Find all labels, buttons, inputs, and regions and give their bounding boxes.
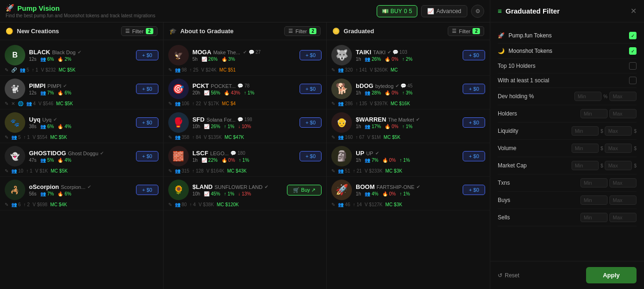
liquidity-min-input[interactable]	[572, 126, 599, 136]
columns-area: 🟡 New Creations ☰ Filter 2 B	[0, 22, 490, 289]
reset-button[interactable]: ↺ Reset	[498, 272, 519, 279]
token-meta: ✎ ✕ 🌐 👥 4 V $546 MC $5K	[5, 101, 158, 106]
token-meta: ✎ 👥 51 ↑ 21 V $233K MC $3K	[331, 168, 485, 173]
token-buy-button[interactable]: + $0	[300, 117, 322, 128]
advanced-button[interactable]: 📈 Advanced	[421, 5, 467, 17]
apply-button[interactable]: Apply	[586, 267, 637, 283]
token-buy-button[interactable]: + $0	[463, 185, 485, 195]
about-graduate-filter-btn[interactable]: ☰ Filter 2	[284, 26, 321, 36]
graduated-list: 🐺 TAIKI TAIKI ✔ 💬 103 1h 👥 26%	[327, 40, 490, 289]
buys-min-input[interactable]	[580, 195, 608, 205]
list-item[interactable]: 🧱 LSCF LEGO... 💬 180 1h 📈 22%	[164, 143, 327, 177]
buys-label: Buys	[498, 197, 540, 203]
sells-max-input[interactable]	[609, 213, 637, 222]
list-item[interactable]: 🥊 SFD Solana For... 💬 198 10h 📈 26%	[164, 109, 327, 143]
dev-holding-min-input[interactable]	[574, 92, 601, 101]
moonshot-checkbox[interactable]: ✓	[629, 47, 637, 55]
filter-icon: ☰	[452, 28, 457, 34]
token-symbol: SFD	[193, 116, 205, 123]
social-checkbox[interactable]	[629, 77, 637, 84]
volume-label: Volume	[498, 145, 540, 152]
token-fullname: POCKET...	[211, 83, 236, 89]
token-symbol: Uyq	[29, 116, 41, 123]
new-creations-filter-btn[interactable]: ☰ Filter 2	[121, 26, 157, 36]
filter-panel-header: ≡ Graduated Filter ✕	[490, 0, 644, 22]
token-buy-button[interactable]: + $0	[300, 151, 322, 161]
token-buy-button[interactable]: + $0	[300, 50, 322, 60]
about-to-graduate-header: 🎓 About to Graduate ☰ Filter 2	[164, 22, 327, 40]
volume-inputs: $ $	[572, 144, 637, 153]
avatar: 🐕	[331, 79, 352, 99]
market-cap-min-input[interactable]	[572, 161, 599, 170]
token-symbol: bDOG	[356, 82, 373, 89]
avatar: 🥊	[168, 112, 189, 133]
verified-icon: ✔	[78, 50, 81, 55]
list-item[interactable]: 🐺 TAIKI TAIKI ✔ 💬 103 1h 👥 26%	[327, 42, 490, 76]
list-item[interactable]: 🐾 Uyq Uyq ✔ 38s 👥 6% 🔥	[0, 109, 163, 143]
settings-button[interactable]: ⚙	[471, 5, 484, 18]
buys-max-input[interactable]	[609, 195, 637, 205]
list-item[interactable]: 🐩 PIMPI PIMPI ✔ 12s 👥 7%	[0, 76, 163, 109]
graduated-icon: 🪙	[332, 28, 340, 35]
token-buy-button[interactable]: + $0	[136, 50, 158, 60]
graduated-filter-panel: ≡ Graduated Filter ✕ 🚀 Pump.fun Tokens ✓…	[490, 0, 644, 289]
liquidity-range-row: Liquidity $ $	[498, 123, 637, 140]
list-item[interactable]: 🗿 UP UP ✔ 1h 👥 7% 🔥 0%	[327, 143, 490, 177]
liquidity-max-input[interactable]	[605, 126, 632, 136]
volume-max-input[interactable]	[605, 144, 632, 153]
liquidity-label: Liquidity	[498, 128, 540, 134]
avatar: 🗿	[331, 146, 352, 166]
token-fullname: Scorpion...	[61, 184, 86, 190]
token-holders: 👥 7%	[40, 90, 54, 95]
advanced-label: Advanced	[436, 8, 461, 14]
market-cap-max-input[interactable]	[605, 161, 632, 170]
sells-min-input[interactable]	[580, 213, 608, 222]
top10-holders-label: Top 10 Holders	[498, 63, 536, 69]
list-item[interactable]: B BLACK Black Dog ✔ 12s 👥 6%	[0, 42, 163, 76]
top10-holders-checkbox[interactable]	[629, 62, 637, 70]
token-fullname: LEGO...	[210, 151, 229, 156]
token-meta: ✎ 👥 46 ↑ 14 V $127K MC $3K	[331, 202, 485, 207]
holders-min-input[interactable]	[580, 109, 608, 118]
list-item[interactable]: 🎯 PCKT POCKET... 💬 78 20h 📈 56%	[164, 76, 327, 109]
filter-close-button[interactable]: ✕	[630, 7, 637, 15]
list-item[interactable]: 🌻 $LAND SUNFLOWER LAND ✔ 10h 📈 45%	[164, 177, 327, 210]
token-buy-button[interactable]: + $0	[463, 84, 485, 94]
graduated-filter-btn[interactable]: ☰ Filter 2	[448, 26, 484, 36]
dev-holding-max-input[interactable]	[609, 92, 637, 101]
list-item[interactable]: 👴 $WARREN The Market ✔ 1h 👥 17%	[327, 109, 490, 143]
list-item[interactable]: 🦂 oScorpion Scorpion... ✔ 56s 👥 7%	[0, 177, 163, 210]
volume-min-input[interactable]	[572, 144, 599, 153]
list-item[interactable]: 👻 GHOSTIDOG Ghost Doggu ✔ 47s 👥 5%	[0, 143, 163, 177]
holders-max-input[interactable]	[609, 109, 637, 118]
graduated-column: 🪙 Graduated ☰ Filter 2 🐺	[327, 22, 490, 289]
token-fullname: SUNFLOWER LAND	[215, 184, 263, 190]
token-fullname: Ghost Doggu	[68, 151, 98, 156]
token-buy-button[interactable]: + $0	[463, 117, 485, 128]
list-item[interactable]: 🦅 MOGA Make The... ✔ 💬 27 5h	[164, 42, 327, 76]
buy-button[interactable]: 💵 BUY 0 5	[377, 5, 417, 17]
pump-fun-checkbox[interactable]: ✓	[629, 32, 637, 39]
token-buy-button[interactable]: + $0	[463, 50, 485, 60]
new-creations-title: 🟡 New Creations	[6, 28, 59, 35]
list-item[interactable]: 🐕 bDOG bytedog ✔ 💬 45 1h 👥 28%	[327, 76, 490, 109]
token-buy-button[interactable]: 🛒 Buy ↗	[287, 185, 322, 195]
dev-holding-inputs: %	[574, 92, 637, 101]
list-item[interactable]: 🚀 BOOM FARTSHIP-ONE ✔ 1h 👥 4%	[327, 177, 490, 210]
txns-min-input[interactable]	[580, 178, 608, 188]
token-buy-button[interactable]: + $0	[300, 84, 322, 94]
avatar: 🐩	[5, 79, 25, 99]
token-buy-button[interactable]: + $0	[136, 117, 158, 128]
token-buy-button[interactable]: + $0	[463, 151, 485, 161]
token-buy-button[interactable]: + $0	[136, 84, 158, 94]
dev-holding-range-row: Dev holding % %	[498, 88, 637, 105]
txns-max-input[interactable]	[609, 178, 637, 188]
token-meta: ✎ 🔗 👥 5 ↑ 1 V $232 MC $5K	[5, 67, 158, 72]
token-buy-button[interactable]: + $0	[136, 151, 158, 161]
new-creations-column: 🟡 New Creations ☰ Filter 2 B	[0, 22, 164, 289]
top-bar: 🚀 Pump Vision Find the best pump.fun and…	[0, 0, 490, 22]
token-buy-button[interactable]: + $0	[136, 185, 158, 195]
graduated-title: 🪙 Graduated	[332, 28, 374, 35]
new-creations-header: 🟡 New Creations ☰ Filter 2	[0, 22, 163, 40]
token-symbol: MOGA	[193, 49, 211, 56]
